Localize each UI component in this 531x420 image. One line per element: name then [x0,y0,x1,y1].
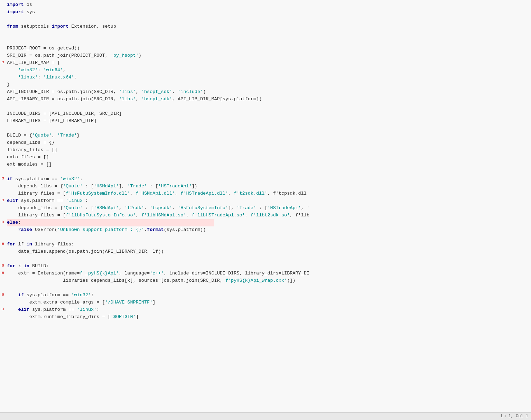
fold-gutter-41[interactable]: ⊟ [0,292,6,298]
fold-icon[interactable]: ⊟ [2,219,4,225]
code-line-3 [0,16,531,23]
code-line-23: ext_modules = [] [0,161,531,168]
line-content-35: data_files.append(os.path.join(API_LIBRA… [6,248,531,255]
fold-icon[interactable]: ⊟ [2,241,4,247]
code-line-28: ⊟elif sys.platform == 'linux': [0,197,531,205]
code-line-10: 'win32': 'win64', [0,67,531,74]
line-content-42: extm.extra_compile_args = ['/DHAVE_SNPRI… [6,299,531,306]
code-line-37: ⊟for k in BUILD: [0,263,531,270]
fold-gutter-43[interactable]: ⊟ [0,306,6,312]
line-content-38: extm = Extension(name=f'_pyHS{k}Api', la… [6,270,531,277]
code-line-15 [0,103,531,110]
code-line-18 [0,125,531,132]
code-line-39: libraries=depends_libs[k], sources=[os.p… [0,277,531,284]
line-content-39: libraries=depends_libs[k], sources=[os.p… [6,277,531,284]
line-content-37: for k in BUILD: [6,263,531,270]
code-editor: import osimport sysfrom setuptools impor… [0,0,531,420]
line-content-34: for lf in library_files: [6,241,531,248]
fold-gutter-9[interactable]: ⊟ [0,59,6,65]
code-line-4: from setuptools import Extension, setup [0,23,531,30]
code-line-12: } [0,81,531,88]
fold-gutter-28[interactable]: ⊟ [0,197,6,203]
line-content-31: else: [6,219,531,226]
line-content-7: PROJECT_ROOT = os.getcwd() [6,45,531,52]
statusbar: Ln 1, Col 1 [0,412,531,420]
code-line-35: data_files.append(os.path.join(API_LIBRA… [0,248,531,255]
line-content-28: elif sys.platform == 'linux': [6,197,531,205]
code-line-17: LIBRARY_DIRS = [API_LIBRARY_DIR] [0,118,531,125]
line-content-4: from setuptools import Extension, setup [6,23,531,30]
code-line-33 [0,234,531,241]
line-content-1: import os [6,1,531,9]
fold-icon[interactable]: ⊟ [2,263,4,269]
code-line-26: depends_libs = {'Quote' : ['HSMdApi'], '… [0,183,531,190]
line-content-27: library_files = [f'HsFutuSystemInfo.dll'… [6,190,531,197]
line-content-44: extm.runtime_library_dirs = ['$ORIGIN'] [6,314,531,321]
line-content-43: elif sys.platform == 'linux': [6,306,531,314]
code-line-14: API_LIBRARY_DIR = os.path.join(SRC_DIR, … [0,96,531,103]
code-line-43: ⊟ elif sys.platform == 'linux': [0,306,531,314]
code-line-38: ⊟ extm = Extension(name=f'_pyHS{k}Api', … [0,270,531,277]
line-content-26: depends_libs = {'Quote' : ['HSMdApi'], '… [6,183,531,190]
fold-gutter-38[interactable]: ⊟ [0,270,6,276]
line-content-32: raise OSError('Unknown support platform … [6,226,531,234]
fold-icon[interactable]: ⊟ [2,292,4,298]
line-content-21: library_files = [] [6,147,531,154]
code-line-13: API_INCLUDE_DIR = os.path.join(SRC_DIR, … [0,88,531,96]
code-line-22: data_files = [] [0,154,531,161]
code-line-6 [0,38,531,45]
code-line-40 [0,284,531,292]
line-content-14: API_LIBRARY_DIR = os.path.join(SRC_DIR, … [6,96,531,103]
line-content-13: API_INCLUDE_DIR = os.path.join(SRC_DIR, … [6,88,531,96]
code-line-32: raise OSError('Unknown support platform … [0,226,531,234]
line-content-11: 'linux': 'linux.x64', [6,74,531,81]
line-content-29: depends_libs = {'Quote' : ['HSMdApi', 't… [6,205,531,212]
code-line-1: import os [0,1,531,9]
code-line-2: import sys [0,9,531,16]
else-bg: else: [7,219,214,226]
fold-gutter-37[interactable]: ⊟ [0,263,6,269]
line-content-30: library_files = [f'libHsFutuSystemInfo.s… [6,212,531,219]
code-line-31: ⊟else: [0,219,531,226]
line-content-9: API_LIB_DIR_MAP = { [6,59,531,67]
code-line-8: SRC_DIR = os.path.join(PROJECT_ROOT, 'py… [0,52,531,59]
fold-gutter-34[interactable]: ⊟ [0,241,6,247]
line-content-22: data_files = [] [6,154,531,161]
line-content-17: LIBRARY_DIRS = [API_LIBRARY_DIR] [6,118,531,125]
line-content-23: ext_modules = [] [6,161,531,168]
line-content-16: INCLUDE_DIRS = [API_INCLUDE_DIR, SRC_DIR… [6,110,531,118]
fold-icon[interactable]: ⊟ [2,59,4,65]
fold-gutter-31[interactable]: ⊟ [0,219,6,225]
code-line-7: PROJECT_ROOT = os.getcwd() [0,45,531,52]
code-line-20: depends_libs = {} [0,139,531,147]
code-line-36 [0,255,531,263]
line-content-19: BUILD = {'Quote', 'Trade'} [6,132,531,139]
code-line-41: ⊟ if sys.platform == 'win32': [0,292,531,299]
code-line-21: library_files = [] [0,147,531,154]
code-line-9: ⊟API_LIB_DIR_MAP = { [0,59,531,67]
fold-icon[interactable]: ⊟ [2,306,4,312]
statusbar-right: Ln 1, Col 1 [501,413,528,420]
code-line-5 [0,30,531,38]
code-line-42: extm.extra_compile_args = ['/DHAVE_SNPRI… [0,299,531,306]
code-line-11: 'linux': 'linux.x64', [0,74,531,81]
code-area: import osimport sysfrom setuptools impor… [0,0,531,335]
fold-icon[interactable]: ⊟ [2,176,4,181]
code-line-25: ⊟if sys.platform == 'win32': [0,176,531,183]
code-line-24 [0,168,531,176]
line-content-20: depends_libs = {} [6,139,531,147]
code-line-44: extm.runtime_library_dirs = ['$ORIGIN'] [0,314,531,321]
line-content-8: SRC_DIR = os.path.join(PROJECT_ROOT, 'py… [6,52,531,59]
fold-icon[interactable]: ⊟ [2,270,4,276]
code-line-19: BUILD = {'Quote', 'Trade'} [0,132,531,139]
fold-icon[interactable]: ⊟ [2,197,4,203]
code-line-34: ⊟for lf in library_files: [0,241,531,248]
code-line-29: depends_libs = {'Quote' : ['HSMdApi', 't… [0,205,531,212]
fold-gutter-25[interactable]: ⊟ [0,176,6,181]
code-line-30: library_files = [f'libHsFutuSystemInfo.s… [0,212,531,219]
line-content-10: 'win32': 'win64', [6,67,531,74]
code-line-16: INCLUDE_DIRS = [API_INCLUDE_DIR, SRC_DIR… [0,110,531,118]
line-content-41: if sys.platform == 'win32': [6,292,531,299]
line-content-2: import sys [6,9,531,16]
code-line-27: library_files = [f'HsFutuSystemInfo.dll'… [0,190,531,197]
